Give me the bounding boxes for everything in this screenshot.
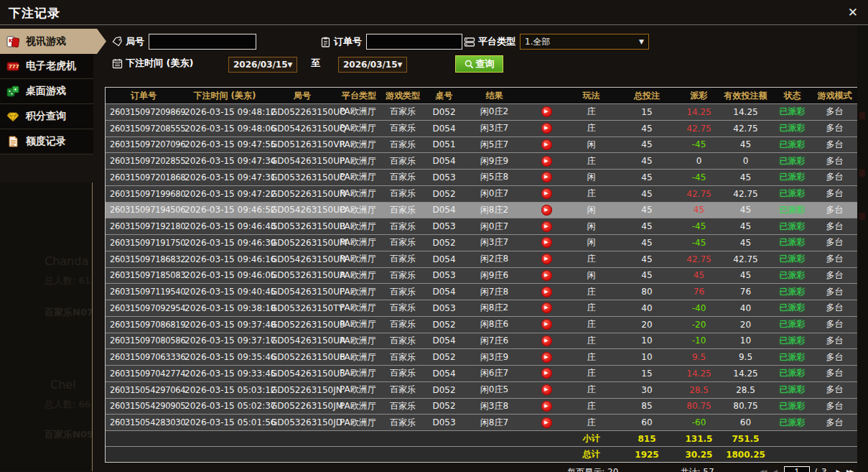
cell-order: 260315054290905 <box>106 401 182 411</box>
date-to-select[interactable]: 2026/03/15 ▼ <box>338 57 407 73</box>
replay-button[interactable]: ▶ <box>525 352 568 363</box>
col-header: 结果 <box>464 90 525 102</box>
date-from-select[interactable]: 2026/03/15 ▼ <box>228 57 297 73</box>
cell-round: GD052263150U9 <box>268 320 337 330</box>
cell-mode: 多台 <box>812 269 857 282</box>
table-row[interactable]: 2603150971195402026-03-15 09:40:45GD0542… <box>106 283 857 300</box>
cell-result: 闲8庄2 <box>464 204 525 216</box>
replay-button[interactable]: ▶ <box>525 221 568 232</box>
replay-button[interactable]: ▶ <box>525 319 568 330</box>
total-bet: 1925 <box>615 450 679 460</box>
cell-platform: PA欧洲厅 <box>337 269 381 282</box>
tag-icon <box>112 37 123 47</box>
table-row[interactable]: 2603150971996802026-03-15 09:47:22GD0522… <box>106 185 857 202</box>
replay-button[interactable]: ▶ <box>525 188 568 199</box>
table-row[interactable]: 2603150970427742026-03-15 09:33:45GD0542… <box>106 365 857 381</box>
cell-table: D054 <box>424 369 464 379</box>
col-header: 订单号 <box>106 90 182 102</box>
replay-button[interactable]: ▶ <box>525 156 568 167</box>
replay-button[interactable]: ▶ <box>525 368 568 379</box>
subtotal-bet: 815 <box>615 434 679 444</box>
search-button[interactable]: 查询 <box>455 55 503 73</box>
table-row[interactable]: 2603150972070962026-03-15 09:47:55GD0512… <box>106 136 857 153</box>
sidebar-item-points-query[interactable]: 积分查询 <box>0 104 93 129</box>
table-row[interactable]: 2603150971921802026-03-15 09:46:43GD0532… <box>106 218 857 234</box>
order-number-input[interactable] <box>366 34 462 50</box>
cell-result: 闲8庄7 <box>464 417 525 429</box>
last-page-icon[interactable]: ▶▶ <box>844 468 858 472</box>
cell-status: 已派彩 <box>773 236 812 249</box>
cell-table: D053 <box>424 270 464 280</box>
play-icon: ▶ <box>541 254 552 264</box>
replay-button[interactable]: ▶ <box>525 123 568 134</box>
replay-button[interactable]: ▶ <box>525 287 568 297</box>
table-row[interactable]: 2603150970633362026-03-15 09:35:46GD0522… <box>106 348 857 365</box>
prev-page-icon[interactable]: ◀ <box>769 468 779 472</box>
replay-button[interactable]: ▶ <box>525 205 568 216</box>
page-number-input[interactable] <box>784 466 810 472</box>
table-row[interactable]: 2603150971868322026-03-15 09:46:16GD0542… <box>106 251 857 267</box>
replay-button[interactable]: ▶ <box>525 384 568 395</box>
sidebar-item-table-games[interactable]: 桌面游戏 <box>0 79 93 104</box>
replay-button[interactable]: ▶ <box>525 417 568 428</box>
dim-table-name: 百家乐N09 <box>45 428 92 441</box>
table-row[interactable]: 2603150972028552026-03-15 09:47:34GD0542… <box>106 152 857 169</box>
cell-status: 已派彩 <box>773 171 812 183</box>
cell-round: GD054263150UF <box>268 287 337 297</box>
play-icon: ▶ <box>541 352 552 363</box>
cell-result: 闲7庄8 <box>464 286 525 298</box>
cell-payout: -20 <box>679 320 719 330</box>
sidebar-item-slots[interactable]: 777 电子老虎机 <box>0 54 93 79</box>
platform-type-select[interactable]: 1.全部 ▼ <box>520 34 649 50</box>
replay-button[interactable]: ▶ <box>525 302 568 313</box>
cell-status: 已派彩 <box>773 367 812 379</box>
table-row[interactable]: 2603150542830302026-03-15 05:01:56GD0532… <box>106 414 857 430</box>
cell-table: D052 <box>424 107 464 117</box>
table-row[interactable]: 2603150970868192026-03-15 09:37:48GD0522… <box>106 316 857 333</box>
replay-button[interactable]: ▶ <box>525 336 568 346</box>
cell-order: 260315097042774 <box>106 369 182 379</box>
table-row[interactable]: 2603150970929542026-03-15 09:38:18GD0532… <box>106 300 857 316</box>
sidebar-item-video-games[interactable]: K 视讯游戏 <box>0 29 106 54</box>
table-row[interactable]: 2603150542970642026-03-15 05:03:12GD0522… <box>106 381 857 398</box>
replay-button[interactable]: ▶ <box>525 237 568 248</box>
cell-game: 百家乐 <box>381 269 424 282</box>
replay-button[interactable]: ▶ <box>525 106 568 117</box>
replay-button[interactable]: ▶ <box>525 270 568 281</box>
table-row[interactable]: 2603150971917502026-03-15 09:46:39GD0522… <box>106 234 857 251</box>
cell-bet: 45 <box>615 172 679 182</box>
table-row[interactable]: 2603150972018682026-03-15 09:47:31GD0532… <box>106 169 857 185</box>
table-row[interactable]: 2603150972085552026-03-15 09:48:06GD0542… <box>106 120 857 136</box>
round-number-input[interactable] <box>149 34 256 50</box>
cell-valid: 0 <box>719 156 773 166</box>
cell-mode: 多台 <box>812 204 857 216</box>
cell-result: 闲3庄7 <box>464 122 525 134</box>
cell-game: 百家乐 <box>381 335 424 347</box>
bet-time-label: 下注时间 (美东) <box>112 57 193 70</box>
table-row[interactable]: 2603150971945062026-03-15 09:46:52GD0542… <box>106 202 857 218</box>
replay-button[interactable]: ▶ <box>525 172 568 182</box>
sidebar-item-label: 桌面游戏 <box>26 85 66 98</box>
table-row[interactable]: 2603150971850832026-03-15 09:46:05GD0532… <box>106 267 857 284</box>
col-header: 游戏模式 <box>812 90 857 102</box>
cell-order: 260315097201868 <box>106 172 182 182</box>
table-row[interactable]: 2603150542909052026-03-15 05:02:37GD0522… <box>106 398 857 415</box>
cell-status: 已派彩 <box>773 106 812 118</box>
first-page-icon[interactable]: ◀◀ <box>756 468 770 472</box>
table-row[interactable]: 2603150970805862026-03-15 09:37:17GD0542… <box>106 333 857 349</box>
cell-payout: 80.75 <box>679 401 719 411</box>
replay-button[interactable]: ▶ <box>525 139 568 150</box>
cell-table: D052 <box>424 385 464 395</box>
cell-time: 2026-03-15 09:47:55 <box>182 139 268 149</box>
close-icon[interactable]: ✕ <box>848 6 858 19</box>
subtotal-row: 小计 815 131.5 751.5 <box>106 430 857 446</box>
bet-records-dialog: 下注记录 ✕ K 视讯游戏 777 电子老虎机 <box>0 0 868 472</box>
table-row[interactable]: 2603150972098692026-03-15 09:48:12GD0522… <box>106 103 857 120</box>
replay-button[interactable]: ▶ <box>525 401 568 412</box>
cell-game: 百家乐 <box>381 302 424 314</box>
replay-button[interactable]: ▶ <box>525 254 568 264</box>
sidebar-item-quota-records[interactable]: 额度记录 <box>0 129 93 154</box>
next-page-icon[interactable]: ▶ <box>834 468 844 472</box>
cell-mode: 多台 <box>812 302 857 314</box>
cell-round: GD053263150JD <box>268 417 337 427</box>
